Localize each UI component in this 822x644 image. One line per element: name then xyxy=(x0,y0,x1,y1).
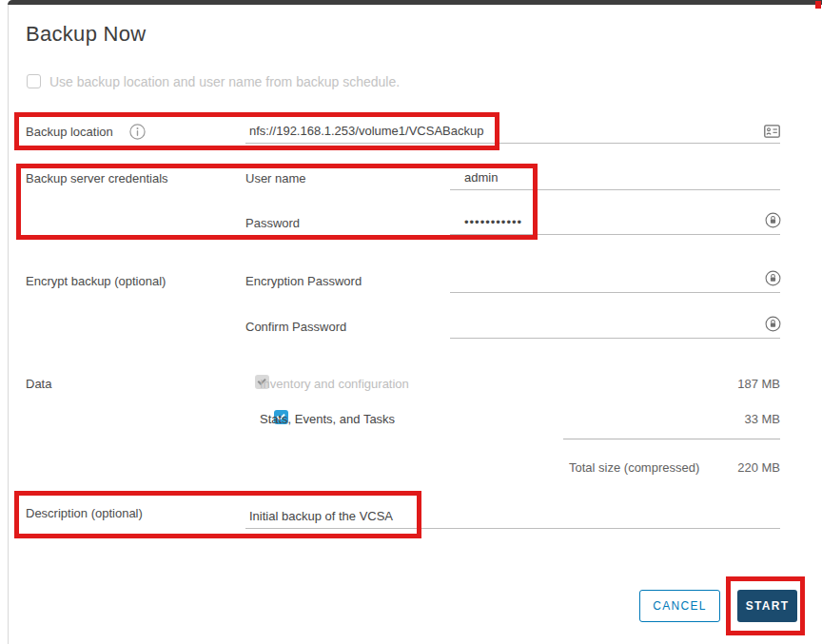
address-card-icon[interactable] xyxy=(764,125,780,138)
backup-location-value: nfs://192.168.1.253/volume1/VCSABackup xyxy=(249,124,483,138)
use-schedule-label: Use backup location and user name from b… xyxy=(49,74,400,89)
confirm-password-label: Confirm Password xyxy=(245,320,346,334)
lock-circle-icon[interactable] xyxy=(765,316,781,332)
total-value: 220 MB xyxy=(704,460,780,475)
backup-now-dialog: Backup Now Use backup location and user … xyxy=(0,0,822,644)
backup-location-label: Backup location xyxy=(26,125,113,139)
cancel-button[interactable]: CANCEL xyxy=(639,590,720,622)
window-left-border xyxy=(8,5,9,644)
lock-circle-icon[interactable] xyxy=(765,270,781,286)
confirm-password-input[interactable] xyxy=(450,311,780,339)
use-schedule-checkbox[interactable] xyxy=(27,74,41,88)
password-value: ••••••••••• xyxy=(464,215,522,229)
annotation-artifact xyxy=(815,1,821,9)
description-label: Description (optional) xyxy=(26,506,143,520)
password-label: Password xyxy=(245,216,300,230)
encryption-password-label: Encryption Password xyxy=(245,274,362,288)
password-input[interactable]: ••••••••••• xyxy=(450,207,780,235)
inventory-size: 187 MB xyxy=(704,377,780,391)
credentials-section-label: Backup server credentials xyxy=(26,171,168,185)
backup-location-input[interactable]: nfs://192.168.1.253/volume1/VCSABackup xyxy=(245,116,780,144)
username-label: User name xyxy=(245,171,306,185)
encrypt-section-label: Encrypt backup (optional) xyxy=(26,274,166,288)
description-input[interactable]: Initial backup of the VCSA xyxy=(245,501,780,529)
window-top-border xyxy=(8,0,822,5)
info-circle-icon[interactable] xyxy=(129,124,146,140)
stats-size: 33 MB xyxy=(704,412,780,426)
start-button[interactable]: START xyxy=(737,590,797,622)
username-value: admin xyxy=(464,170,498,185)
total-divider xyxy=(563,439,780,439)
lock-circle-icon[interactable] xyxy=(765,212,781,228)
total-label: Total size (compressed) xyxy=(569,460,699,475)
stats-label: Stats, Events, and Tasks xyxy=(260,412,395,426)
username-input[interactable]: admin xyxy=(450,163,780,190)
page-title: Backup Now xyxy=(26,22,147,47)
description-value: Initial backup of the VCSA xyxy=(249,509,393,523)
data-section-label: Data xyxy=(26,377,51,391)
encryption-password-input[interactable] xyxy=(450,265,780,293)
inventory-label: Inventory and configuration xyxy=(260,377,409,391)
